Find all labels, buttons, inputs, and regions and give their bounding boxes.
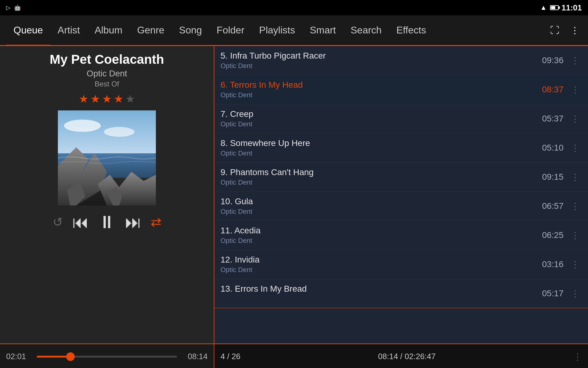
track-item[interactable]: 7. Creep Optic Dent 05:37 xyxy=(214,104,588,133)
nav-item-effects[interactable]: Effects xyxy=(389,15,433,45)
wifi-icon: ▲ xyxy=(540,4,547,12)
android-icon: 🤖 xyxy=(14,4,21,11)
track-duration: 03:16 xyxy=(539,259,564,269)
track-list: 5. Infra Turbo Pigcart Racer Optic Dent … xyxy=(214,46,588,343)
status-time: 11:01 xyxy=(562,3,582,13)
track-artist: Optic Dent xyxy=(221,91,539,99)
artist-name: Optic Dent xyxy=(87,69,127,79)
star-2: ★ xyxy=(90,93,100,105)
track-item[interactable]: 13. Errors In My Bread Optic Dent 05:17 xyxy=(214,279,588,308)
track-title: 7. Creep xyxy=(221,109,539,119)
track-info: 8. Somewhere Up Here Optic Dent xyxy=(221,138,539,157)
track-info: 13. Errors In My Bread Optic Dent xyxy=(221,284,539,303)
progress-section: 02:01 08:14 xyxy=(0,344,214,368)
track-duration: 08:37 xyxy=(539,85,564,94)
track-title: 13. Errors In My Bread xyxy=(221,284,539,294)
track-info: 11. Acedia Optic Dent xyxy=(221,226,539,245)
track-duration: 05:17 xyxy=(539,289,564,298)
total-queue-duration: 08:14 / 02:26:47 xyxy=(378,352,436,361)
svg-point-1 xyxy=(64,120,101,132)
track-menu-button[interactable] xyxy=(568,258,582,271)
track-item-active[interactable]: 6. Terrors In My Head Optic Dent 08:37 xyxy=(214,75,588,104)
nav-right-icons: ⛶ ⋮ xyxy=(548,22,582,38)
nav-item-search[interactable]: Search xyxy=(343,15,389,45)
track-duration: 09:36 xyxy=(539,56,564,65)
album-title: My Pet Coelacanth xyxy=(50,52,164,67)
overflow-menu-icon[interactable]: ⋮ xyxy=(568,22,582,38)
album-art xyxy=(58,110,156,205)
nav-artist-label: Artist xyxy=(58,25,80,36)
bottom-bar-right: 4 / 26 08:14 / 02:26:47 xyxy=(214,344,588,368)
track-menu-button[interactable] xyxy=(568,141,582,154)
track-artist: Optic Dent xyxy=(221,208,539,216)
battery-icon xyxy=(550,5,559,10)
status-bar-left: ▷ 🤖 xyxy=(6,4,21,11)
nav-item-playlists[interactable]: Playlists xyxy=(252,15,302,45)
nav-item-genre[interactable]: Genre xyxy=(130,15,172,45)
bottom-overflow-menu[interactable] xyxy=(573,351,582,362)
nav-item-folder[interactable]: Folder xyxy=(209,15,252,45)
track-menu-button[interactable] xyxy=(568,200,582,213)
nav-item-queue[interactable]: Queue xyxy=(6,16,50,46)
player-panel: My Pet Coelacanth Optic Dent Best Of ★ ★… xyxy=(0,46,214,343)
star-rating[interactable]: ★ ★ ★ ★ ★ xyxy=(79,93,135,105)
nav-search-label: Search xyxy=(351,25,382,36)
track-title: 10. Gula xyxy=(221,197,539,206)
star-5: ★ xyxy=(125,93,135,105)
track-title: 11. Acedia xyxy=(221,226,539,236)
track-info: 10. Gula Optic Dent xyxy=(221,197,539,216)
nav-item-artist[interactable]: Artist xyxy=(50,15,87,45)
shuffle-button[interactable]: ⇄ xyxy=(151,214,161,229)
track-menu-button[interactable] xyxy=(568,287,582,300)
repeat-button[interactable]: ↺ xyxy=(53,215,63,229)
nav-item-song[interactable]: Song xyxy=(172,15,209,45)
track-item[interactable]: 11. Acedia Optic Dent 06:25 xyxy=(214,221,588,250)
progress-fill xyxy=(37,356,70,358)
nav-queue-label: Queue xyxy=(13,25,43,36)
star-1: ★ xyxy=(79,93,89,105)
track-item[interactable]: 8. Somewhere Up Here Optic Dent 05:10 xyxy=(214,133,588,163)
status-bar-right: ▲ 11:01 xyxy=(540,3,582,13)
track-info: 7. Creep Optic Dent xyxy=(221,109,539,128)
bottom-section: 02:01 08:14 4 / 26 08:14 / 02:26:47 xyxy=(0,343,588,368)
track-menu-button[interactable] xyxy=(568,54,582,67)
progress-bar[interactable] xyxy=(37,356,177,358)
track-artist: Optic Dent xyxy=(221,178,539,186)
track-menu-button[interactable] xyxy=(568,229,582,242)
track-artist: Optic Dent xyxy=(221,149,539,157)
previous-button[interactable]: ⏮ xyxy=(72,213,89,232)
nav-song-label: Song xyxy=(179,25,202,36)
navigation-bar: Queue Artist Album Genre Song Folder Pla… xyxy=(0,15,588,46)
track-item[interactable]: 9. Phantoms Can't Hang Optic Dent 09:15 xyxy=(214,163,588,192)
nav-smart-label: Smart xyxy=(310,25,336,36)
queue-position: 4 / 26 xyxy=(221,352,240,361)
progress-thumb xyxy=(66,352,75,361)
track-item[interactable]: 12. Invidia Optic Dent 03:16 xyxy=(214,250,588,279)
status-bar: ▷ 🤖 ▲ 11:01 xyxy=(0,0,588,15)
nav-item-album[interactable]: Album xyxy=(87,15,130,45)
current-time: 02:01 xyxy=(6,352,31,361)
svg-point-2 xyxy=(104,127,134,137)
fullscreen-icon[interactable]: ⛶ xyxy=(548,23,562,38)
track-menu-button[interactable] xyxy=(568,83,582,96)
total-time: 08:14 xyxy=(183,352,208,361)
track-duration: 05:37 xyxy=(539,114,564,124)
album-name: Best Of xyxy=(95,80,119,88)
track-artist: Optic Dent xyxy=(221,266,539,274)
pause-button[interactable]: ⏸ xyxy=(98,212,116,232)
next-button[interactable]: ⏭ xyxy=(125,213,141,232)
track-title: 5. Infra Turbo Pigcart Racer xyxy=(221,51,539,61)
nav-effects-label: Effects xyxy=(396,25,426,36)
track-duration: 05:10 xyxy=(539,143,564,153)
track-title: 8. Somewhere Up Here xyxy=(221,138,539,148)
track-menu-button[interactable] xyxy=(568,171,582,183)
track-item[interactable]: 5. Infra Turbo Pigcart Racer Optic Dent … xyxy=(214,46,588,75)
track-item[interactable]: 10. Gula Optic Dent 06:57 xyxy=(214,192,588,221)
track-duration: 06:57 xyxy=(539,201,564,211)
nav-genre-label: Genre xyxy=(137,25,164,36)
nav-folder-label: Folder xyxy=(217,25,244,36)
track-menu-button[interactable] xyxy=(568,112,582,125)
track-info: 5. Infra Turbo Pigcart Racer Optic Dent xyxy=(221,51,539,70)
track-duration: 06:25 xyxy=(539,230,564,240)
nav-item-smart[interactable]: Smart xyxy=(302,15,343,45)
